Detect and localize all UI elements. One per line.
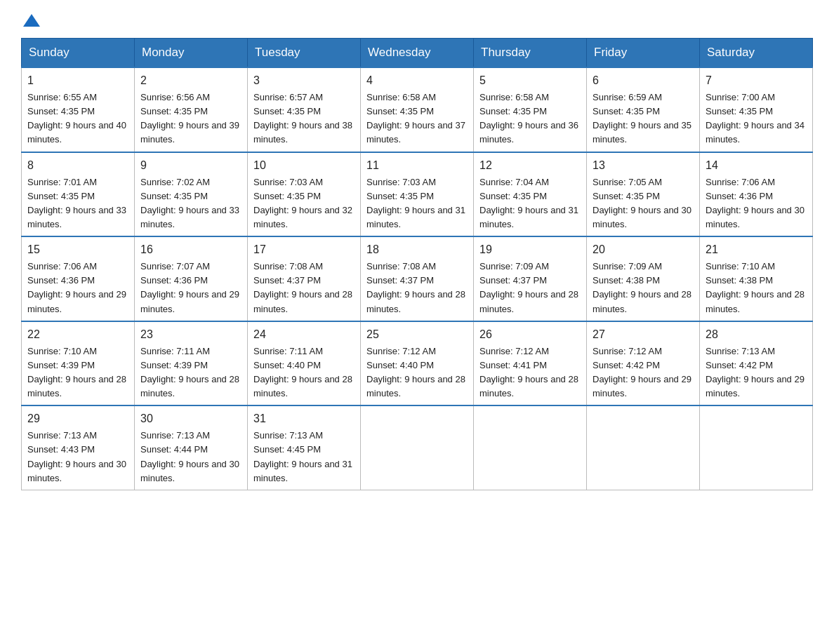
week-row-4: 22 Sunrise: 7:10 AMSunset: 4:39 PMDaylig… [22, 321, 813, 406]
calendar-cell: 31 Sunrise: 7:13 AMSunset: 4:45 PMDaylig… [248, 405, 361, 490]
calendar-table: SundayMondayTuesdayWednesdayThursdayFrid… [21, 38, 813, 490]
day-info: Sunrise: 7:08 AMSunset: 4:37 PMDaylight:… [253, 261, 352, 314]
day-info: Sunrise: 7:08 AMSunset: 4:37 PMDaylight:… [366, 261, 465, 314]
calendar-cell [700, 405, 813, 490]
day-info: Sunrise: 7:07 AMSunset: 4:36 PMDaylight:… [140, 261, 239, 314]
day-number: 4 [366, 72, 468, 89]
week-row-5: 29 Sunrise: 7:13 AMSunset: 4:43 PMDaylig… [22, 405, 813, 490]
calendar-cell: 29 Sunrise: 7:13 AMSunset: 4:43 PMDaylig… [22, 405, 135, 490]
day-number: 13 [593, 157, 694, 174]
day-info: Sunrise: 7:13 AMSunset: 4:42 PMDaylight:… [706, 346, 805, 398]
day-number: 18 [366, 241, 468, 258]
calendar-cell [474, 405, 587, 490]
day-info: Sunrise: 7:10 AMSunset: 4:38 PMDaylight:… [706, 261, 805, 314]
day-number: 31 [253, 410, 355, 427]
day-info: Sunrise: 7:05 AMSunset: 4:35 PMDaylight:… [593, 177, 691, 229]
calendar-cell: 14 Sunrise: 7:06 AMSunset: 4:36 PMDaylig… [700, 152, 813, 237]
day-number: 6 [593, 72, 694, 89]
calendar-cell: 9 Sunrise: 7:02 AMSunset: 4:35 PMDayligh… [135, 152, 248, 237]
calendar-cell: 10 Sunrise: 7:03 AMSunset: 4:35 PMDaylig… [248, 152, 361, 237]
calendar-cell: 19 Sunrise: 7:09 AMSunset: 4:37 PMDaylig… [474, 236, 587, 321]
day-info: Sunrise: 7:12 AMSunset: 4:41 PMDaylight:… [479, 346, 578, 398]
calendar-cell: 22 Sunrise: 7:10 AMSunset: 4:39 PMDaylig… [22, 321, 135, 406]
day-number: 1 [27, 72, 128, 89]
day-info: Sunrise: 6:57 AMSunset: 4:35 PMDaylight:… [253, 92, 352, 145]
day-number: 25 [366, 326, 468, 343]
day-info: Sunrise: 7:03 AMSunset: 4:35 PMDaylight:… [366, 177, 465, 229]
day-header-monday: Monday [135, 39, 248, 68]
calendar-cell: 8 Sunrise: 7:01 AMSunset: 4:35 PMDayligh… [22, 152, 135, 237]
calendar-cell: 27 Sunrise: 7:12 AMSunset: 4:42 PMDaylig… [587, 321, 700, 406]
calendar-cell: 12 Sunrise: 7:04 AMSunset: 4:35 PMDaylig… [474, 152, 587, 237]
day-number: 24 [253, 326, 355, 343]
day-number: 21 [706, 241, 807, 258]
calendar-cell: 11 Sunrise: 7:03 AMSunset: 4:35 PMDaylig… [361, 152, 474, 237]
calendar-cell: 30 Sunrise: 7:13 AMSunset: 4:44 PMDaylig… [135, 405, 248, 490]
day-number: 28 [706, 326, 807, 343]
calendar-cell: 18 Sunrise: 7:08 AMSunset: 4:37 PMDaylig… [361, 236, 474, 321]
week-row-3: 15 Sunrise: 7:06 AMSunset: 4:36 PMDaylig… [22, 236, 813, 321]
calendar-cell: 2 Sunrise: 6:56 AMSunset: 4:35 PMDayligh… [135, 67, 248, 152]
day-header-row: SundayMondayTuesdayWednesdayThursdayFrid… [22, 39, 813, 68]
day-info: Sunrise: 7:11 AMSunset: 4:39 PMDaylight:… [140, 346, 239, 398]
calendar-cell: 6 Sunrise: 6:59 AMSunset: 4:35 PMDayligh… [587, 67, 700, 152]
day-info: Sunrise: 6:56 AMSunset: 4:35 PMDaylight:… [140, 92, 239, 145]
day-number: 11 [366, 157, 468, 174]
calendar-cell: 23 Sunrise: 7:11 AMSunset: 4:39 PMDaylig… [135, 321, 248, 406]
day-info: Sunrise: 7:09 AMSunset: 4:38 PMDaylight:… [593, 261, 691, 314]
logo-triangle-icon [23, 14, 40, 27]
day-info: Sunrise: 7:03 AMSunset: 4:35 PMDaylight:… [253, 177, 352, 229]
day-info: Sunrise: 7:01 AMSunset: 4:35 PMDaylight:… [27, 177, 126, 229]
calendar-cell: 7 Sunrise: 7:00 AMSunset: 4:35 PMDayligh… [700, 67, 813, 152]
day-header-tuesday: Tuesday [248, 39, 361, 68]
day-header-saturday: Saturday [700, 39, 813, 68]
day-info: Sunrise: 6:55 AMSunset: 4:35 PMDaylight:… [27, 92, 126, 145]
calendar-cell: 26 Sunrise: 7:12 AMSunset: 4:41 PMDaylig… [474, 321, 587, 406]
day-info: Sunrise: 7:00 AMSunset: 4:35 PMDaylight:… [706, 92, 805, 145]
day-info: Sunrise: 7:13 AMSunset: 4:45 PMDaylight:… [253, 430, 352, 483]
calendar-cell: 28 Sunrise: 7:13 AMSunset: 4:42 PMDaylig… [700, 321, 813, 406]
calendar-cell: 16 Sunrise: 7:07 AMSunset: 4:36 PMDaylig… [135, 236, 248, 321]
day-number: 27 [593, 326, 694, 343]
day-header-friday: Friday [587, 39, 700, 68]
day-number: 2 [140, 72, 241, 89]
day-number: 15 [27, 241, 128, 258]
day-info: Sunrise: 6:59 AMSunset: 4:35 PMDaylight:… [593, 92, 691, 145]
day-info: Sunrise: 7:11 AMSunset: 4:40 PMDaylight:… [253, 346, 352, 398]
calendar-cell: 1 Sunrise: 6:55 AMSunset: 4:35 PMDayligh… [22, 67, 135, 152]
calendar-cell: 24 Sunrise: 7:11 AMSunset: 4:40 PMDaylig… [248, 321, 361, 406]
calendar-cell [361, 405, 474, 490]
day-number: 22 [27, 326, 128, 343]
day-info: Sunrise: 7:02 AMSunset: 4:35 PMDaylight:… [140, 177, 239, 229]
week-row-2: 8 Sunrise: 7:01 AMSunset: 4:35 PMDayligh… [22, 152, 813, 237]
day-info: Sunrise: 7:13 AMSunset: 4:43 PMDaylight:… [27, 430, 126, 483]
day-header-thursday: Thursday [474, 39, 587, 68]
calendar-cell: 5 Sunrise: 6:58 AMSunset: 4:35 PMDayligh… [474, 67, 587, 152]
calendar-cell: 4 Sunrise: 6:58 AMSunset: 4:35 PMDayligh… [361, 67, 474, 152]
calendar-cell: 15 Sunrise: 7:06 AMSunset: 4:36 PMDaylig… [22, 236, 135, 321]
day-number: 12 [479, 157, 581, 174]
day-info: Sunrise: 6:58 AMSunset: 4:35 PMDaylight:… [479, 92, 578, 145]
calendar-cell: 21 Sunrise: 7:10 AMSunset: 4:38 PMDaylig… [700, 236, 813, 321]
day-number: 7 [706, 72, 807, 89]
day-number: 17 [253, 241, 355, 258]
calendar-cell [587, 405, 700, 490]
page-header [21, 14, 813, 24]
day-info: Sunrise: 7:12 AMSunset: 4:40 PMDaylight:… [366, 346, 465, 398]
day-number: 30 [140, 410, 241, 427]
day-header-wednesday: Wednesday [361, 39, 474, 68]
calendar-cell: 3 Sunrise: 6:57 AMSunset: 4:35 PMDayligh… [248, 67, 361, 152]
day-number: 5 [479, 72, 581, 89]
day-info: Sunrise: 7:04 AMSunset: 4:35 PMDaylight:… [479, 177, 578, 229]
day-header-sunday: Sunday [22, 39, 135, 68]
day-number: 3 [253, 72, 355, 89]
day-info: Sunrise: 7:10 AMSunset: 4:39 PMDaylight:… [27, 346, 126, 398]
day-info: Sunrise: 7:09 AMSunset: 4:37 PMDaylight:… [479, 261, 578, 314]
day-number: 16 [140, 241, 241, 258]
day-number: 10 [253, 157, 355, 174]
logo [21, 14, 42, 24]
day-number: 19 [479, 241, 581, 258]
day-number: 9 [140, 157, 241, 174]
day-number: 23 [140, 326, 241, 343]
day-info: Sunrise: 7:12 AMSunset: 4:42 PMDaylight:… [593, 346, 691, 398]
